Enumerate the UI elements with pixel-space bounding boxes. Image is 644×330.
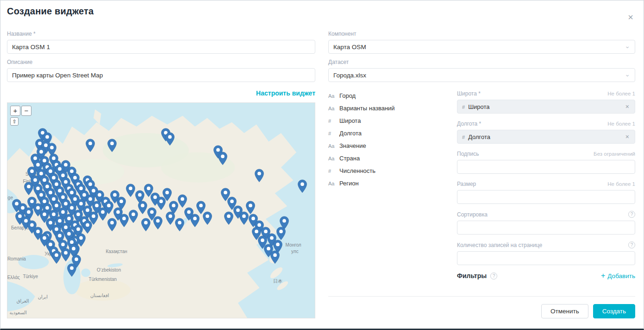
dataset-field-item[interactable]: AaГород: [328, 92, 457, 99]
map-pins-layer: [7, 103, 315, 318]
map-pin: [86, 139, 95, 152]
map-pin: [156, 197, 166, 210]
field-type-tag: Aa: [328, 106, 335, 111]
map-pin: [202, 211, 212, 225]
map-pin: [24, 182, 34, 196]
create-button[interactable]: Создать: [593, 304, 635, 318]
dataset-field-item[interactable]: AaРегион: [328, 180, 457, 187]
caption-input[interactable]: [457, 160, 635, 174]
field-mapping-area: AaГородAaВарианты названий#Широта#Долгот…: [328, 90, 635, 279]
page-count-input[interactable]: [457, 251, 635, 265]
widget-description-group: Описание: [7, 59, 315, 82]
zoom-in-button[interactable]: +: [10, 106, 20, 116]
longitude-chip-label: Долгота: [468, 133, 490, 140]
cancel-button[interactable]: Отменить: [541, 304, 588, 318]
map-pin: [270, 250, 280, 264]
component-label: Компонент: [328, 31, 635, 37]
latitude-chip-label: Широта: [468, 103, 489, 110]
map-pin: [276, 227, 286, 241]
map-pin: [61, 248, 71, 262]
right-column: Компонент Карта OSM ⌄ Датасет Города.xls…: [328, 25, 635, 318]
dataset-field-item[interactable]: #Долгота: [328, 130, 457, 137]
map-pin: [107, 139, 117, 152]
map-pin: [107, 218, 117, 232]
dataset-label: Датасет: [328, 59, 635, 65]
widget-description-input[interactable]: [7, 68, 315, 82]
field-type-tag: Aa: [328, 93, 335, 99]
add-filter-button[interactable]: + Добавить: [601, 273, 635, 279]
dataset-field-item[interactable]: AaЗначение: [328, 142, 457, 149]
latitude-label: Широта *: [457, 90, 481, 97]
zoom-out-button[interactable]: −: [21, 106, 31, 116]
dataset-select[interactable]: Города.xlsx ⌄: [328, 68, 635, 82]
map-pin: [175, 218, 184, 232]
field-label: Значение: [339, 142, 366, 149]
component-group: Компонент Карта OSM ⌄: [328, 31, 635, 54]
map-pin: [138, 201, 148, 215]
size-input[interactable]: [457, 190, 635, 204]
map-preview[interactable]: SuomiFinlandigeБеларусьУкраинаRomaniaΕλλ…: [7, 102, 315, 318]
map-pin: [255, 169, 264, 183]
longitude-label: Долгота *: [457, 121, 481, 127]
field-label: Регион: [339, 180, 359, 187]
sorting-field-group: Сортировка ?: [457, 211, 635, 235]
field-type-tag: Aa: [328, 181, 335, 186]
map-pin: [67, 263, 77, 277]
modal-content: Название * Описание Настроить виджет: [7, 25, 635, 318]
map-pin: [129, 209, 138, 223]
map-pin: [141, 218, 150, 232]
longitude-hint: Не более 1: [607, 121, 635, 127]
dataset-field-item[interactable]: AaСтрана: [328, 155, 457, 162]
fullscreen-icon[interactable]: ⇧: [10, 117, 19, 126]
map-pin: [165, 132, 175, 146]
plus-icon: +: [601, 273, 605, 279]
caption-hint: Без ограничений: [594, 151, 635, 157]
dataset-field-item[interactable]: #Численность: [328, 167, 457, 174]
latitude-hint: Не более 1: [607, 91, 635, 96]
map-pin: [298, 179, 307, 193]
dataset-field-item[interactable]: AaВарианты названий: [328, 105, 457, 112]
sorting-label: Сортировка: [457, 211, 488, 218]
latitude-field[interactable]: #Широта ×: [457, 100, 635, 114]
create-widget-modal: Создание виджета × Название * Описание Н…: [0, 0, 644, 330]
field-type-tag: #: [328, 168, 335, 174]
field-type-tag: Aa: [328, 156, 335, 161]
map-pin: [82, 220, 92, 234]
remove-longitude-icon[interactable]: ×: [625, 133, 630, 140]
size-label: Размер: [457, 181, 476, 187]
configure-widget-link[interactable]: Настроить виджет: [256, 89, 315, 97]
field-type-tag: Aa: [328, 143, 335, 149]
filters-row: Фильтры ? + Добавить: [457, 272, 635, 279]
widget-name-input[interactable]: [7, 40, 315, 54]
field-label: Варианты названий: [339, 105, 395, 112]
remove-latitude-icon[interactable]: ×: [625, 103, 630, 110]
component-select[interactable]: Карта OSM ⌄: [328, 40, 635, 54]
chevron-down-icon: ⌄: [625, 72, 630, 76]
page-count-field-group: Количество записей на странице ?: [457, 241, 635, 265]
map-controls: + − ⇧: [10, 106, 31, 126]
left-column: Название * Описание Настроить виджет: [7, 25, 315, 318]
caption-field-group: Подпись Без ограничений: [457, 151, 635, 174]
widget-name-group: Название *: [7, 31, 315, 54]
number-type-tag: #: [462, 104, 465, 110]
sorting-input[interactable]: [457, 221, 635, 235]
longitude-field[interactable]: #Долгота ×: [457, 130, 635, 144]
map-pin: [125, 184, 135, 197]
map-pin: [98, 207, 107, 221]
field-label: Город: [339, 92, 356, 99]
help-icon[interactable]: ?: [490, 273, 497, 279]
dataset-field-item[interactable]: #Широта: [328, 117, 457, 124]
map-pin: [218, 152, 227, 165]
close-icon[interactable]: ×: [626, 10, 635, 25]
help-icon[interactable]: ?: [628, 241, 635, 248]
map-pin: [153, 216, 163, 230]
widget-name-label: Название *: [7, 31, 315, 37]
dataset-group: Датасет Города.xlsx ⌄: [328, 59, 635, 82]
modal-header: Создание виджета ×: [7, 6, 635, 25]
number-type-tag: #: [462, 134, 465, 140]
size-field-group: Размер Не более 1: [457, 181, 635, 204]
dataset-fields-list: AaГородAaВарианты названий#Широта#Долгот…: [328, 90, 457, 279]
field-label: Долгота: [339, 130, 362, 137]
chevron-down-icon: ⌄: [625, 44, 630, 48]
help-icon[interactable]: ?: [628, 211, 635, 218]
